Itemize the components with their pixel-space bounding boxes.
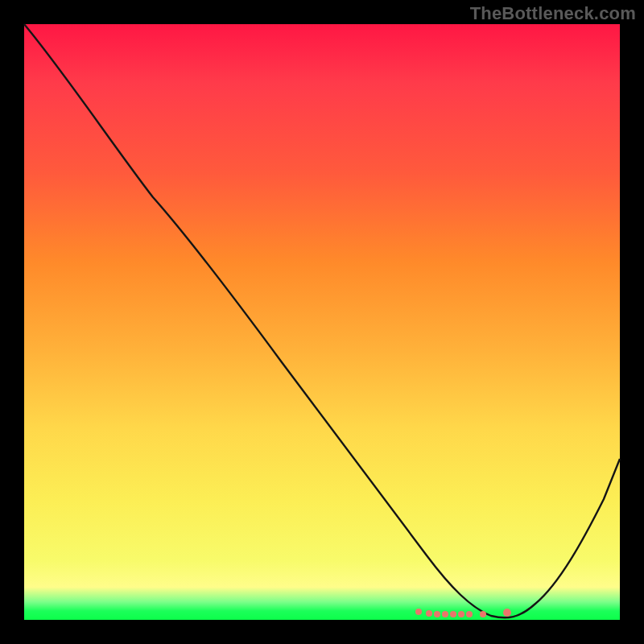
marker-dot (442, 611, 448, 617)
marker-dot (415, 609, 422, 615)
plot-area (24, 24, 620, 620)
marker-dot (466, 611, 473, 617)
marker-dot (426, 610, 432, 617)
bottleneck-curve (24, 24, 620, 617)
marker-dot (450, 611, 456, 617)
marker-dot (458, 611, 464, 617)
marker-dot (503, 609, 511, 617)
marker-dot (480, 611, 486, 617)
watermark-text: TheBottleneck.com (470, 3, 636, 24)
curve-layer (24, 24, 620, 620)
marker-dot (434, 611, 440, 617)
chart-frame: TheBottleneck.com (0, 0, 644, 644)
